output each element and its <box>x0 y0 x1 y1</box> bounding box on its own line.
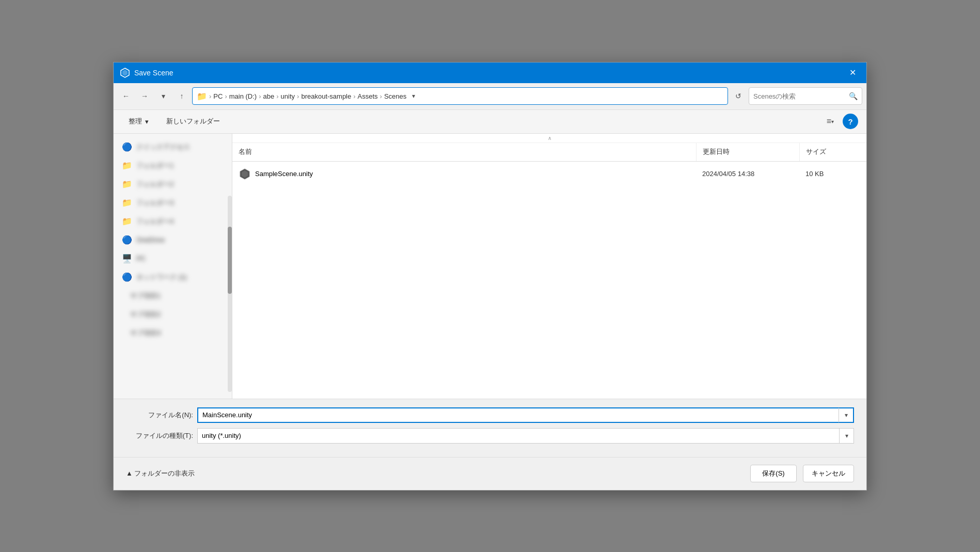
breadcrumb-pc[interactable]: PC <box>213 92 223 100</box>
sidebar: 🔵 クイックアクセス 📁 フォルダー1 📁 フォルダー2 📁 フォルダー3 📁 … <box>114 134 232 399</box>
sidebar-item-5[interactable]: 🔵 OneDrive <box>114 231 232 249</box>
sidebar-scrollbar[interactable] <box>228 196 232 392</box>
filename-input-wrap: ▾ <box>197 407 854 423</box>
save-scene-dialog: Save Scene ✕ ← → ▾ ↑ 📁 › PC › main (D:) … <box>113 62 867 491</box>
sidebar-icon-7: 🔵 <box>122 272 132 282</box>
filetype-input[interactable] <box>198 429 839 443</box>
sidebar-item-7[interactable]: 🔵 ネットワーク (1) <box>114 268 232 287</box>
file-item-samplescene[interactable]: SampleScene.unity 2024/04/05 14:38 10 KB <box>232 164 866 184</box>
sidebar-icon-0: 🔵 <box>122 142 132 152</box>
forward-button[interactable]: → <box>136 88 153 104</box>
sort-indicator: ∧ <box>232 134 866 143</box>
refresh-button[interactable]: ↺ <box>730 88 747 104</box>
folder-icon: 📁 <box>197 91 207 101</box>
search-icon: 🔍 <box>849 92 858 100</box>
sidebar-item-8[interactable]: サブ項目1 <box>114 287 232 305</box>
toolbar: 整理 ▾ 新しいフォルダー ≡ ▾ ? <box>114 110 866 134</box>
sidebar-item-9[interactable]: サブ項目2 <box>114 305 232 324</box>
new-folder-button[interactable]: 新しいフォルダー <box>160 113 227 130</box>
filename-input[interactable] <box>198 408 839 422</box>
sidebar-item-0[interactable]: 🔵 クイックアクセス <box>114 138 232 156</box>
view-button[interactable]: ≡ ▾ <box>822 113 839 130</box>
breadcrumb-assets[interactable]: Assets <box>358 92 378 100</box>
dialog-title: Save Scene <box>134 69 845 77</box>
col-header-date[interactable]: 更新日時 <box>696 143 799 161</box>
breadcrumb-drive[interactable]: main (D:) <box>229 92 257 100</box>
search-bar: 🔍 <box>749 87 862 105</box>
sidebar-item-6[interactable]: 🖥️ PC <box>114 249 232 268</box>
organize-button[interactable]: 整理 ▾ <box>122 113 155 130</box>
file-date: 2024/04/05 14:38 <box>696 170 799 178</box>
save-button[interactable]: 保存(S) <box>750 465 797 482</box>
breadcrumb-abe[interactable]: abe <box>263 92 275 100</box>
sidebar-scrollbar-thumb[interactable] <box>228 227 232 294</box>
col-header-name[interactable]: 名前 <box>232 143 696 161</box>
help-button[interactable]: ? <box>843 114 858 129</box>
sidebar-icon-3: 📁 <box>122 198 132 208</box>
cancel-button[interactable]: キャンセル <box>803 465 854 482</box>
sidebar-icon-1: 📁 <box>122 161 132 170</box>
search-input[interactable] <box>753 92 846 100</box>
col-header-size[interactable]: サイズ <box>799 143 866 161</box>
sidebar-icon-2: 📁 <box>122 179 132 189</box>
title-bar: Save Scene ✕ <box>114 62 866 83</box>
sidebar-icon-5: 🔵 <box>122 235 132 245</box>
filename-dropdown-button[interactable]: ▾ <box>839 408 853 422</box>
file-list-body: SampleScene.unity 2024/04/05 14:38 10 KB <box>232 162 866 399</box>
breadcrumb-unity[interactable]: unity <box>281 92 295 100</box>
unity-file-icon <box>239 168 251 180</box>
breadcrumb-breakout[interactable]: breakout-sample <box>301 92 351 100</box>
file-list: ∧ 名前 更新日時 サイズ <box>232 134 866 399</box>
filetype-label: ファイルの種類(T): <box>126 431 193 440</box>
filename-field: ファイル名(N): ▾ <box>126 407 854 423</box>
sidebar-item-1[interactable]: 📁 フォルダー1 <box>114 156 232 175</box>
unity-app-icon <box>120 68 130 78</box>
back-button[interactable]: ← <box>118 88 134 104</box>
column-headers: 名前 更新日時 サイズ <box>232 143 866 162</box>
footer: ▲ フォルダーの非表示 保存(S) キャンセル <box>114 457 866 490</box>
filename-label: ファイル名(N): <box>126 411 193 420</box>
filetype-input-wrap: ▾ <box>197 428 854 444</box>
breadcrumb-dropdown-button[interactable]: ▾ <box>406 88 421 104</box>
breadcrumb[interactable]: 📁 › PC › main (D:) › abe › unity › break… <box>192 87 728 105</box>
up-button[interactable]: ↑ <box>173 88 190 104</box>
bottom-section: ファイル名(N): ▾ ファイルの種類(T): ▾ <box>114 399 866 457</box>
footer-buttons: 保存(S) キャンセル <box>750 465 854 482</box>
svg-marker-1 <box>122 70 128 76</box>
sidebar-icon-6: 🖥️ <box>122 254 132 263</box>
sidebar-item-2[interactable]: 📁 フォルダー2 <box>114 175 232 194</box>
sidebar-item-10[interactable]: サブ項目3 <box>114 324 232 342</box>
address-bar-row: ← → ▾ ↑ 📁 › PC › main (D:) › abe › unity… <box>114 83 866 110</box>
filetype-field: ファイルの種類(T): ▾ <box>126 428 854 444</box>
sidebar-item-4[interactable]: 📁 フォルダー4 <box>114 212 232 231</box>
expand-button[interactable]: ▾ <box>155 88 171 104</box>
main-content: 🔵 クイックアクセス 📁 フォルダー1 📁 フォルダー2 📁 フォルダー3 📁 … <box>114 134 866 399</box>
folder-toggle[interactable]: ▲ フォルダーの非表示 <box>126 469 195 478</box>
sidebar-icon-4: 📁 <box>122 216 132 226</box>
filetype-dropdown-button[interactable]: ▾ <box>839 429 853 443</box>
file-size: 10 KB <box>799 170 866 178</box>
close-button[interactable]: ✕ <box>845 67 860 79</box>
breadcrumb-scenes[interactable]: Scenes <box>384 92 406 100</box>
sidebar-item-3[interactable]: 📁 フォルダー3 <box>114 194 232 212</box>
